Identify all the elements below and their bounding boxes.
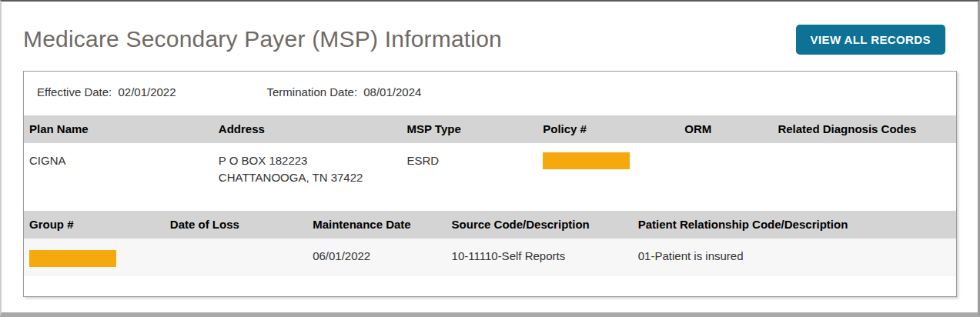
plan-table: Plan Name Address MSP Type Policy # ORM … [24,115,956,211]
column-header-related-diagnosis-codes: Related Diagnosis Codes [772,115,956,143]
termination-date-label: Termination Date: [267,85,358,98]
column-header-date-of-loss: Date of Loss [165,211,307,239]
address-line-2: CHATTANOOGA, TN 37422 [219,169,396,186]
dates-row: Effective Date: 02/01/2022 Termination D… [24,72,956,115]
cell-group-number [24,239,165,276]
termination-date: Termination Date: 08/01/2024 [267,85,422,99]
column-header-source-code-description: Source Code/Description [447,211,633,239]
msp-information-content: Medicare Secondary Payer (MSP) Informati… [2,23,978,297]
cell-related-diagnosis-codes [772,143,956,211]
column-header-maintenance-date: Maintenance Date [307,211,446,239]
cell-maintenance-date: 06/01/2022 [307,239,446,276]
column-header-msp-type: MSP Type [401,115,537,143]
termination-date-value: 08/01/2024 [363,85,421,98]
cell-date-of-loss [165,239,307,276]
plan-table-row: CIGNA P O BOX 182223 CHATTANOOGA, TN 374… [24,143,956,211]
plan-table-header-row: Plan Name Address MSP Type Policy # ORM … [24,115,956,143]
view-all-records-button[interactable]: VIEW ALL RECORDS [796,25,945,55]
page-title: Medicare Secondary Payer (MSP) Informati… [23,26,502,52]
detail-table: Group # Date of Loss Maintenance Date So… [24,211,956,276]
column-header-group-number: Group # [24,211,165,239]
effective-date-value: 02/01/2022 [118,85,176,98]
address-line-1: P O BOX 182223 [219,152,396,169]
cell-policy-number [537,143,679,211]
cell-address: P O BOX 182223 CHATTANOOGA, TN 37422 [213,143,402,211]
effective-date: Effective Date: 02/01/2022 [37,85,176,99]
redacted-group-number [29,250,116,267]
column-header-plan-name: Plan Name [24,115,213,143]
column-header-patient-relationship-code-description: Patient Relationship Code/Description [633,211,956,239]
cell-patient-relationship-code-description: 01-Patient is insured [633,239,956,276]
msp-information-window: Medicare Secondary Payer (MSP) Informati… [0,0,980,317]
detail-table-header-row: Group # Date of Loss Maintenance Date So… [24,211,956,239]
effective-date-label: Effective Date: [37,85,112,98]
redacted-policy-number [543,152,630,169]
column-header-orm: ORM [679,115,772,143]
cell-orm [679,143,772,211]
msp-record-panel: Effective Date: 02/01/2022 Termination D… [23,71,957,297]
header-bar: Medicare Secondary Payer (MSP) Informati… [23,23,957,55]
cell-plan-name: CIGNA [24,143,213,211]
column-header-address: Address [213,115,402,143]
cell-msp-type: ESRD [401,143,537,211]
cell-source-code-description: 10-11110-Self Reports [447,239,633,276]
column-header-policy-number: Policy # [537,115,679,143]
detail-table-row: 06/01/2022 10-11110-Self Reports 01-Pati… [24,239,956,276]
